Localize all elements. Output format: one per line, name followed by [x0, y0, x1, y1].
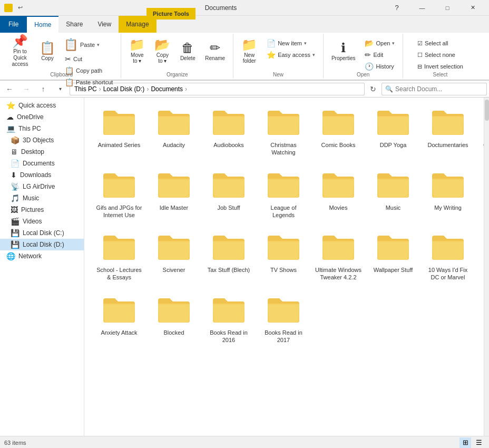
minimize-btn[interactable]: —: [410, 0, 434, 16]
paste-icon: 📋: [64, 39, 78, 51]
search-input[interactable]: [395, 85, 483, 93]
file-item[interactable]: Books Read in 2017: [257, 289, 310, 348]
easy-access-btn[interactable]: ⭐ Easy access ▾: [263, 50, 319, 60]
new-folder-label: Newfolder: [243, 52, 256, 64]
file-item[interactable]: Books Read in 2016: [202, 289, 255, 348]
open-btn[interactable]: 📂 Open ▾: [361, 38, 398, 48]
file-item[interactable]: My Writing: [422, 164, 474, 223]
file-item[interactable]: Doctumentaries: [422, 102, 474, 160]
select-all-btn[interactable]: ☑ Select all: [414, 38, 467, 48]
file-item[interactable]: Animated Series: [93, 102, 145, 160]
folder-icon: [157, 230, 191, 264]
sidebar-item-local-disk-c[interactable]: 💾 Local Disk (C:): [0, 227, 84, 239]
pin-quick-access-btn[interactable]: 📌 Pin to Quick access: [6, 35, 34, 67]
file-item[interactable]: Tax Stuff (Blech): [202, 227, 255, 285]
file-item[interactable]: Scivener: [148, 227, 200, 285]
sidebar-label-3d-objects: 3D Objects: [23, 137, 54, 144]
sidebar-item-lg-airdrive[interactable]: 📡 LG AirDrive: [0, 181, 84, 192]
close-btn[interactable]: ✕: [461, 0, 485, 16]
details-view-btn[interactable]: ☰: [473, 437, 485, 448]
file-item[interactable]: Audacity: [148, 102, 200, 160]
file-name: Books Read in 2016: [205, 329, 252, 344]
file-item[interactable]: League of Legends: [257, 164, 310, 223]
copy-to-label: Copyto ▾: [157, 52, 169, 64]
sidebar-item-3d-objects[interactable]: 📦 3D Objects: [0, 134, 84, 146]
file-item[interactable]: Audiobooks: [202, 102, 255, 160]
history-icon: 🕐: [365, 62, 374, 71]
new-folder-btn[interactable]: 📁 Newfolder: [238, 35, 261, 67]
history-btn[interactable]: 🕐 History: [361, 61, 398, 72]
file-item[interactable]: Anxiety Attack: [93, 289, 145, 348]
file-item[interactable]: 10 Ways I'd Fix DC or Marvel: [422, 227, 474, 285]
sidebar-item-downloads[interactable]: ⬇ Downloads: [0, 169, 84, 181]
new-item-btn[interactable]: 📄 New item ▾: [263, 38, 319, 48]
select-none-btn[interactable]: ☐ Select none: [414, 50, 467, 60]
tab-file[interactable]: File: [0, 16, 27, 33]
scroll-thumb[interactable]: [485, 100, 489, 121]
file-item[interactable]: Movies: [312, 164, 365, 223]
cut-btn[interactable]: ✂ Cut: [61, 54, 116, 64]
new-item-label: New item: [278, 40, 302, 46]
copy-btn-big[interactable]: 📋 Copy: [36, 35, 59, 67]
rename-icon: ✏: [210, 42, 220, 54]
file-item[interactable]: Music: [367, 164, 419, 223]
undo-btn[interactable]: ↩: [15, 1, 25, 15]
edit-btn[interactable]: ✏ Edit: [361, 50, 398, 60]
file-item[interactable]: Blocked: [148, 289, 200, 348]
sidebar-item-videos[interactable]: 🎬 Videos: [0, 216, 84, 227]
file-item[interactable]: Idle Master: [148, 164, 200, 223]
file-name: Gifs and JPGs for Internet Use: [95, 204, 143, 219]
file-item[interactable]: 89415: [476, 227, 484, 285]
move-to-btn[interactable]: 📁 Moveto ▾: [125, 35, 149, 67]
sidebar-item-this-pc[interactable]: 💻 This PC: [0, 123, 84, 134]
properties-btn[interactable]: ℹ Properties: [328, 35, 359, 67]
quick-access-icon: ⭐: [6, 101, 15, 110]
tab-share[interactable]: Share: [58, 16, 90, 33]
select-all-icon: ☑: [417, 40, 423, 47]
file-name: TV Shows: [270, 266, 297, 274]
sidebar-item-quick-access[interactable]: ⭐ Quick access: [0, 100, 84, 111]
sidebar-item-desktop[interactable]: 🖥 Desktop: [0, 146, 84, 158]
file-name: 10 Ways I'd Fix DC or Marvel: [424, 266, 472, 281]
file-item[interactable]: Games - Roms: [476, 102, 484, 160]
folder-icon: [321, 105, 355, 139]
sidebar-item-network[interactable]: 🌐 Network: [0, 250, 84, 262]
invert-selection-btn[interactable]: ⊟ Invert selection: [414, 61, 467, 72]
file-item[interactable]: Ultimate Windows Tweaker 4.2.2: [312, 227, 365, 285]
large-icons-view-btn[interactable]: ⊞: [459, 437, 471, 448]
rename-btn[interactable]: ✏ Rename: [201, 35, 229, 67]
sidebar-item-pictures[interactable]: 🖼 Pictures: [0, 204, 84, 216]
cut-label: Cut: [73, 56, 82, 62]
file-item[interactable]: Christmas Watching: [257, 102, 310, 160]
file-item[interactable]: Pictures: [476, 164, 484, 223]
sidebar-item-music[interactable]: 🎵 Music: [0, 192, 84, 204]
scrollbar[interactable]: [484, 98, 489, 436]
tab-home[interactable]: Home: [27, 16, 58, 33]
edit-label: Edit: [373, 52, 383, 58]
paste-btn[interactable]: 📋 Paste ▾: [61, 37, 116, 53]
file-item[interactable]: TV Shows: [257, 227, 310, 285]
ribbon-tab-bar: File Home Share View Manage: [0, 16, 489, 33]
folder-icon: [267, 230, 300, 264]
open-label: Open: [324, 72, 403, 77]
sidebar-item-onedrive[interactable]: ☁ OneDrive: [0, 111, 84, 123]
copy-to-btn[interactable]: 📂 Copyto ▾: [151, 35, 174, 67]
file-item[interactable]: Wallpaper Stuff: [367, 227, 419, 285]
file-name: School - Lectures & Essays: [95, 266, 143, 281]
file-item[interactable]: School - Lectures & Essays: [93, 227, 145, 285]
delete-btn[interactable]: 🗑 Delete: [176, 35, 199, 67]
invert-icon: ⊟: [417, 63, 422, 70]
easy-access-drop: ▾: [312, 52, 315, 57]
sidebar-item-documents[interactable]: 📄 Documents: [0, 158, 84, 169]
help-btn[interactable]: ?: [385, 0, 409, 16]
file-item[interactable]: Gifs and JPGs for Internet Use: [93, 164, 145, 223]
refresh-btn[interactable]: ↻: [367, 83, 379, 95]
file-item[interactable]: Comic Books: [312, 102, 365, 160]
new-label: New: [233, 72, 323, 77]
tab-view[interactable]: View: [90, 16, 119, 33]
sidebar-item-local-disk-d[interactable]: 💾 Local Disk (D:): [0, 239, 84, 250]
maximize-btn[interactable]: □: [435, 0, 459, 16]
file-item[interactable]: Job Stuff: [202, 164, 255, 223]
paste-shortcut-btn[interactable]: 📋 Paste shortcut: [61, 77, 116, 87]
file-item[interactable]: DDP Yoga: [367, 102, 419, 160]
